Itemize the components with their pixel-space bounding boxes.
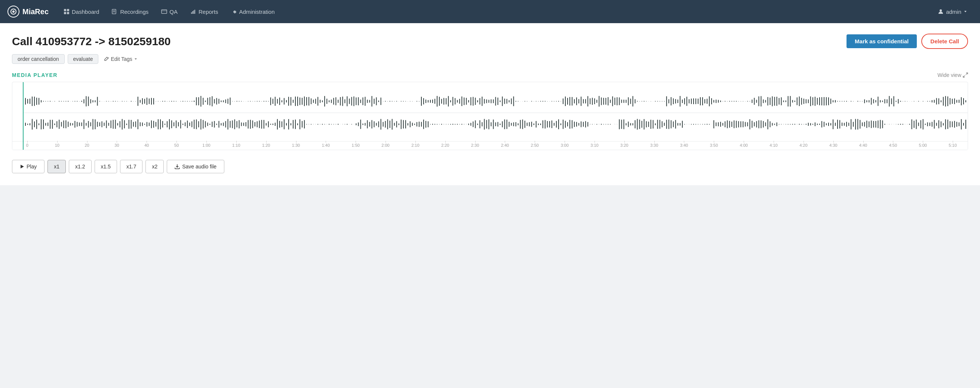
time-ruler: 010203040501:001:101:201:301:401:502:002… [12,141,968,150]
svg-line-16 [108,57,109,58]
nav-administration-label: Administration [239,9,275,15]
tag-evaluate: evaluate [68,54,99,64]
nav-user[interactable]: admin [932,6,972,18]
time-tick: 0 [12,143,42,147]
save-audio-label: Save audio file [182,163,216,169]
playhead [23,82,24,150]
time-tick: 50 [162,143,191,147]
time-tick: 1:20 [251,143,281,147]
time-tick: 3:30 [640,143,669,147]
time-tick: 1:50 [340,143,371,147]
time-tick: 3:40 [669,143,699,147]
time-tick: 4:20 [789,143,818,147]
nav-qa-label: QA [169,9,178,15]
page-title: Call 410953772 -> 8150259180 [12,35,171,48]
play-button[interactable]: Play [12,160,45,173]
brand-name: MiaRec [22,8,49,16]
mark-confidential-button[interactable]: Mark as confidential [846,34,917,48]
svg-marker-19 [21,165,24,168]
page-header: Call 410953772 -> 8150259180 Mark as con… [12,33,968,49]
header-actions: Mark as confidential Delete Call [846,33,968,49]
speed-x2-button[interactable]: x2 [145,160,164,173]
svg-rect-3 [67,9,69,11]
controls-row: Play x1 x1.2 x1.5 x1.7 x2 Save audio fil… [12,157,968,176]
time-tick: 3:10 [579,143,609,147]
time-tick: 5:00 [908,143,938,147]
svg-rect-4 [64,12,66,14]
time-tick: 1:10 [221,143,251,147]
nav-dashboard-label: Dashboard [72,9,99,15]
wide-view-label: Wide view [937,72,961,78]
media-player-title: MEDIA PLAYER [12,72,57,78]
time-tick: 10 [42,143,72,147]
time-tick: 2:30 [460,143,490,147]
time-tick: 5:10 [938,143,968,147]
time-tick: 4:30 [818,143,848,147]
waveform-canvas[interactable] [12,87,968,139]
speed-x12-button[interactable]: x1.2 [69,160,91,173]
main-nav: MiaRec Dashboard Recordings QA Reports A… [0,0,980,23]
time-tick: 2:40 [490,143,520,147]
time-tick: 4:50 [878,143,908,147]
media-player-section: MEDIA PLAYER Wide view 010203040501:001:… [12,72,968,176]
svg-rect-7 [113,11,115,11]
time-tick: 20 [72,143,102,147]
svg-rect-12 [192,11,193,14]
nav-dashboard[interactable]: Dashboard [58,6,104,18]
svg-rect-14 [194,10,195,14]
time-tick: 4:00 [729,143,759,147]
tags-row: order cancellation evaluate Edit Tags [12,54,968,64]
svg-rect-8 [113,11,115,12]
section-header: MEDIA PLAYER Wide view [12,72,968,78]
time-tick: 2:10 [401,143,430,147]
nav-reports[interactable]: Reports [185,6,224,18]
nav-qa[interactable]: QA [156,6,183,18]
time-tick: 3:00 [550,143,579,147]
time-tick: 30 [102,143,132,147]
wide-view-button[interactable]: Wide view [937,72,968,78]
svg-rect-5 [67,12,69,14]
nav-reports-label: Reports [199,9,218,15]
svg-rect-2 [64,9,66,11]
speed-x1-button[interactable]: x1 [48,160,66,173]
edit-tags-label: Edit Tags [111,56,132,62]
time-tick: 2:00 [371,143,401,147]
speed-x15-button[interactable]: x1.5 [95,160,117,173]
brand-icon [8,6,19,17]
nav-user-name: admin [946,9,961,15]
svg-point-15 [940,10,942,11]
save-audio-button[interactable]: Save audio file [167,160,224,173]
time-tick: 3:50 [699,143,729,147]
main-content: Call 410953772 -> 8150259180 Mark as con… [0,23,980,185]
nav-recordings-label: Recordings [120,9,148,15]
time-tick: 4:40 [848,143,878,147]
svg-point-1 [12,11,14,13]
nav-administration[interactable]: Administration [226,6,280,18]
delete-call-button[interactable]: Delete Call [921,33,968,49]
svg-rect-13 [193,11,194,14]
play-label: Play [27,163,37,169]
svg-rect-11 [191,12,192,14]
brand-logo[interactable]: MiaRec [8,6,49,17]
waveform-container[interactable]: 010203040501:001:101:201:301:401:502:002… [12,82,968,150]
svg-rect-9 [162,10,167,13]
nav-recordings[interactable]: Recordings [107,6,154,18]
tag-order-cancellation: order cancellation [12,54,65,64]
time-tick: 4:10 [759,143,789,147]
speed-x17-button[interactable]: x1.7 [120,160,142,173]
edit-tags-button[interactable]: Edit Tags [101,54,140,63]
time-tick: 1:00 [191,143,221,147]
time-tick: 3:20 [609,143,640,147]
time-tick: 1:30 [281,143,311,147]
time-tick: 40 [132,143,162,147]
time-tick: 2:50 [520,143,550,147]
time-tick: 2:20 [430,143,460,147]
time-tick: 1:40 [311,143,340,147]
